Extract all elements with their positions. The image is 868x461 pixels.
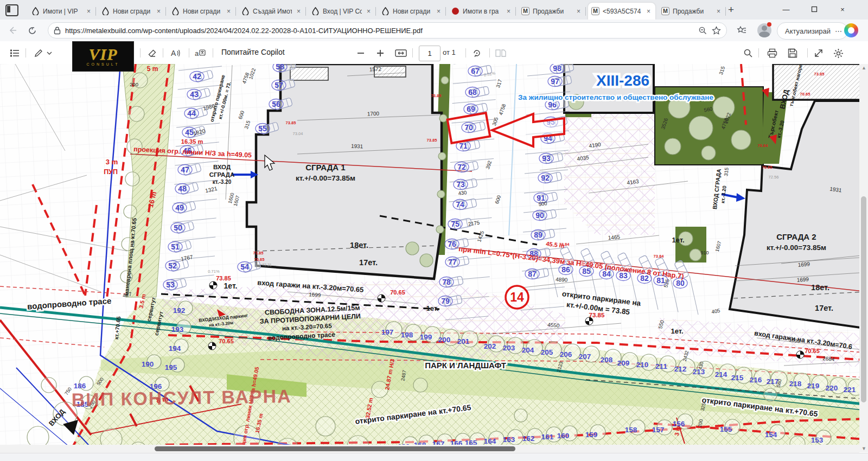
scroll-down-icon[interactable]: ▼ (861, 446, 866, 451)
reload-button[interactable] (25, 23, 39, 37)
plan-label: 1699 (797, 261, 810, 268)
tab-close-icon[interactable]: × (435, 8, 442, 15)
copilot-icon[interactable] (844, 23, 858, 37)
tab-3[interactable]: Нови сгради× (168, 3, 235, 20)
parcel-number: 193 (171, 325, 184, 334)
tree-icon (129, 106, 144, 121)
print-button[interactable] (765, 46, 779, 60)
minimize-button[interactable]: — (774, 0, 799, 18)
workspaces-icon[interactable] (5, 4, 18, 16)
favorite-star-icon[interactable] (712, 26, 721, 35)
plan-label: 1699 (309, 291, 321, 298)
save-button[interactable] (786, 46, 800, 60)
tab-close-icon[interactable]: × (505, 8, 512, 15)
tab-4[interactable]: Създай Имот× (238, 3, 305, 20)
tab-10[interactable]: MПродажби× (658, 3, 725, 20)
tab-7[interactable]: Имоти в гра× (448, 3, 515, 20)
back-button[interactable] (5, 23, 20, 37)
vertical-scrollbar-thumb[interactable] (861, 196, 866, 402)
tab-1[interactable]: Имоти | VIP× (28, 3, 95, 20)
more-options-icon[interactable]: ⋯ (835, 27, 842, 35)
horizontal-scrollbar-thumb[interactable] (155, 446, 515, 451)
parcel-number: 202 (484, 342, 496, 350)
tab-6[interactable]: Нови сгради× (378, 3, 445, 20)
zoom-out-button[interactable] (354, 46, 368, 60)
tab-close-icon[interactable]: × (85, 8, 92, 15)
parking-spot-number: 51 (171, 242, 180, 251)
collections-button[interactable] (735, 23, 749, 37)
site-plan-drawing: 1971981992002012022032042052062072082092… (0, 64, 859, 452)
tree-icon (420, 254, 433, 267)
tab-title: Вход | VIP Co (323, 8, 362, 15)
tab-5[interactable]: Вход | VIP Co× (308, 3, 375, 20)
tab-close-icon[interactable]: × (575, 8, 582, 15)
new-tab-button[interactable]: + (728, 4, 734, 16)
parcel-number: 221 (844, 386, 856, 394)
plan-polygon (564, 113, 655, 235)
expand-button[interactable] (812, 46, 826, 60)
vertical-scrollbar[interactable]: ▲ ▼ (859, 64, 868, 452)
tab-close-icon[interactable]: × (225, 8, 232, 15)
parking-spot-number: 90 (535, 211, 544, 220)
logo-text-consult: CONSULT (87, 62, 120, 66)
plan-label: 73.85 (814, 72, 825, 76)
tree-icon (690, 249, 701, 261)
settings-button[interactable] (831, 46, 845, 60)
plan-label: За жилищно строителство и обществено обс… (518, 93, 713, 101)
erase-button[interactable] (145, 46, 159, 60)
tab-close-icon[interactable]: × (295, 8, 302, 15)
parking-spot-number: 48 (178, 184, 187, 193)
draw-menu-chevron[interactable] (46, 46, 53, 60)
translate-icon: a (194, 48, 206, 58)
draw-button[interactable] (31, 46, 46, 60)
tab-close-icon[interactable]: × (155, 8, 162, 15)
parking-spot-number: 71 (459, 142, 468, 150)
zone-14-label: 14 (510, 290, 524, 304)
rotate-button[interactable] (470, 46, 484, 60)
print-icon (767, 48, 777, 58)
close-window-button[interactable]: × (830, 0, 855, 18)
vip-consult-logo: VIP CONSULT (72, 41, 134, 72)
plan-label: СГРАДА (209, 171, 235, 178)
tab-9[interactable]: M<593A5C574× (588, 3, 655, 20)
tab-close-icon[interactable]: × (645, 8, 652, 15)
parcel-number: 209 (617, 359, 630, 367)
parking-spot-number: 44 (187, 109, 196, 118)
back-icon (8, 25, 17, 35)
zoom-in-button[interactable] (373, 46, 387, 60)
tree-icon (437, 190, 445, 198)
tab-title: Имоти в гра (463, 8, 502, 15)
parcel-number: 215 (731, 374, 744, 382)
search-button[interactable] (741, 46, 755, 60)
parcel-number: 198 (401, 331, 413, 339)
mail-favicon: M (661, 7, 669, 15)
read-aloud-button[interactable]: A (168, 46, 182, 60)
drop-favicon (241, 7, 250, 15)
collections-icon (737, 25, 747, 35)
translate-button[interactable]: a (193, 46, 207, 60)
tab-close-icon[interactable]: × (715, 8, 722, 15)
fit-width-button[interactable] (394, 46, 408, 60)
tab-8[interactable]: MПродажби× (518, 3, 585, 20)
parking-spot-number: 45 (185, 128, 194, 137)
update-button[interactable]: Актуализирай ⋯ (777, 22, 848, 40)
tab-2[interactable]: Нови сгради× (98, 3, 165, 20)
parking-spot-number: 87 (528, 270, 537, 278)
parcel-number: 199 (420, 333, 432, 341)
page-view-button[interactable] (494, 46, 508, 60)
horizontal-scrollbar[interactable] (0, 445, 859, 453)
tab-title: Създай Имот (253, 8, 292, 15)
restore-button[interactable] (802, 0, 827, 18)
eraser-icon (148, 48, 157, 58)
toc-button[interactable] (8, 46, 22, 60)
page-number-input[interactable] (419, 46, 441, 61)
tab-close-icon[interactable]: × (365, 8, 372, 15)
plan-label: 1931 (351, 143, 363, 150)
ask-copilot-button[interactable]: Попитайте Copilot (221, 48, 285, 56)
parking-spot-number: 78 (442, 278, 451, 286)
url-field[interactable]: https://metalexbuild.com/wp-content/uplo… (48, 22, 727, 39)
tree-icon (436, 226, 444, 233)
parking-spot-number: 56 (272, 100, 280, 108)
scroll-up-icon[interactable]: ▲ (861, 66, 866, 70)
zoom-out-icon[interactable] (698, 26, 707, 35)
